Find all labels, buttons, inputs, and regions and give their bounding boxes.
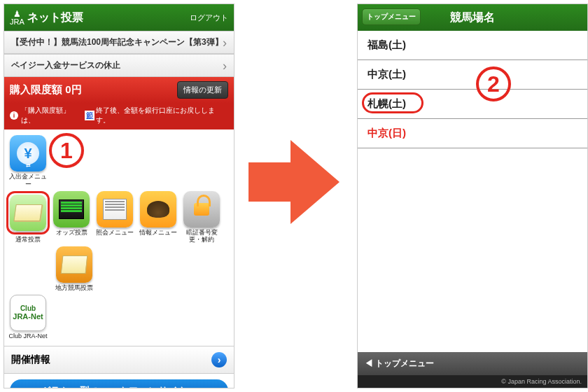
yen-icon: ¥⇄	[10, 135, 46, 172]
footer-back-button[interactable]: ◀ トップメニュー	[358, 352, 587, 375]
pin-change-button[interactable]: 暗証番号変更・解約	[182, 191, 221, 244]
copyright-text: © Japan Racing Association.	[358, 375, 587, 388]
helmet-icon	[140, 191, 176, 227]
purchase-limit-text: 購入限度額 0円	[10, 83, 82, 97]
flow-arrow-icon	[248, 140, 343, 224]
info-icon: i	[10, 111, 18, 120]
header-bar: ♟ JRA ネット投票 ログアウト	[4, 4, 234, 31]
racecourse-row-sapporo[interactable]: 札幌(土)	[358, 90, 587, 119]
top-menu-button[interactable]: トップメニュー	[362, 8, 421, 25]
info-menu-button[interactable]: 情報メニュー	[139, 191, 178, 244]
menu-icon-grid: ¥⇄ 入出金メニュー 通常投票 オッズ投票 照会メニュー 情報メニュー 暗証番号…	[4, 130, 234, 346]
purchase-limit-note: i 「購入限度額」は、 節 終了後、全額を銀行口座にお戻しします。	[4, 103, 234, 130]
local-ticket-icon	[56, 246, 92, 283]
ticket-icon	[10, 195, 46, 231]
phone-right: トップメニュー 競馬場名 福島(土) 中京(土) 札幌(土) 中京(日) ◀ ト…	[357, 4, 588, 388]
lock-icon	[183, 191, 220, 227]
racecourse-row-chukyo-sun[interactable]: 中京(日)	[358, 119, 587, 148]
highlight-ring	[6, 191, 50, 234]
racecourse-row-fukushima[interactable]: 福島(土)	[358, 31, 587, 60]
footer: ◀ トップメニュー © Japan Racing Association.	[358, 352, 587, 388]
logo-text: JRA	[10, 18, 24, 26]
inquiry-menu-button[interactable]: 照会メニュー	[95, 191, 134, 244]
local-racing-button[interactable]: 地方競馬投票	[55, 246, 94, 292]
kaisai-info-button[interactable]: 開催情報 ›	[4, 346, 234, 374]
phone-left: ♟ JRA ネット投票 ログアウト 【受付中！】競馬法100周年記念キャンペーン…	[4, 4, 234, 388]
odds-board-icon	[53, 191, 90, 227]
page-title: 競馬場名	[450, 10, 495, 25]
odds-vote-button[interactable]: オッズ投票	[52, 191, 91, 244]
update-info-button[interactable]: 情報の更新	[177, 81, 228, 99]
racecourse-row-chukyo-sat[interactable]: 中京(土)	[358, 60, 587, 90]
section-link[interactable]: 節	[85, 111, 94, 120]
step-1-badge: 1	[49, 133, 84, 168]
notice-payeasy[interactable]: ペイジー入金サービスの休止	[4, 54, 234, 77]
document-icon	[97, 191, 133, 227]
chevron-right-icon: ›	[211, 352, 227, 368]
feature-phone-site-button[interactable]: ガラケー型スマートフォンサイトへ	[10, 379, 228, 388]
deposit-menu-button[interactable]: ¥⇄ 入出金メニュー	[8, 135, 48, 188]
highlight-ring	[362, 92, 424, 113]
app-title: ネット投票	[27, 10, 83, 25]
jra-logo: ♟ JRA	[10, 10, 24, 26]
club-logo-icon: Club JRA-Net	[10, 295, 46, 331]
normal-vote-button[interactable]: 通常投票	[8, 191, 48, 244]
purchase-limit-bar: 購入限度額 0円 情報の更新	[4, 77, 234, 103]
header-bar-right: トップメニュー 競馬場名	[358, 4, 587, 31]
club-jra-button[interactable]: Club JRA-Net Club JRA-Net	[8, 295, 48, 340]
logout-button[interactable]: ログアウト	[190, 13, 228, 23]
notice-campaign[interactable]: 【受付中！】競馬法100周年記念キャンペーン【第3弾】	[4, 31, 234, 54]
step-2-badge: 2	[476, 66, 511, 102]
